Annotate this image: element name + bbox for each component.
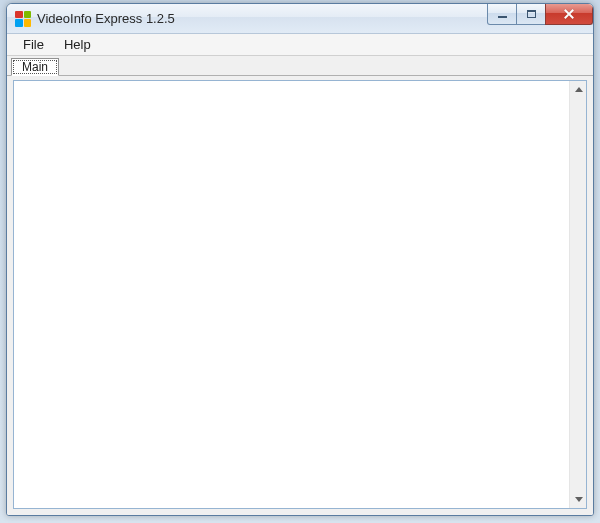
menu-help[interactable]: Help bbox=[54, 35, 101, 54]
client-area bbox=[7, 76, 593, 515]
tab-main[interactable]: Main bbox=[11, 58, 59, 76]
tabstrip: Main bbox=[7, 56, 593, 76]
maximize-button[interactable] bbox=[516, 4, 546, 25]
menu-file[interactable]: File bbox=[13, 35, 54, 54]
scroll-down-button[interactable] bbox=[570, 491, 587, 508]
scroll-up-icon bbox=[575, 87, 583, 92]
app-window: VideoInfo Express 1.2.5 File Help Main bbox=[6, 3, 594, 516]
content-frame bbox=[13, 80, 587, 509]
app-icon bbox=[15, 11, 31, 27]
vertical-scrollbar[interactable] bbox=[569, 81, 586, 508]
minimize-icon bbox=[498, 16, 507, 18]
titlebar[interactable]: VideoInfo Express 1.2.5 bbox=[7, 4, 593, 34]
maximize-icon bbox=[527, 10, 536, 18]
close-button[interactable] bbox=[545, 4, 593, 25]
window-controls bbox=[488, 4, 593, 25]
window-title: VideoInfo Express 1.2.5 bbox=[37, 11, 175, 26]
scroll-up-button[interactable] bbox=[570, 81, 587, 98]
menubar: File Help bbox=[7, 34, 593, 56]
minimize-button[interactable] bbox=[487, 4, 517, 25]
close-icon bbox=[563, 8, 575, 20]
scroll-down-icon bbox=[575, 497, 583, 502]
